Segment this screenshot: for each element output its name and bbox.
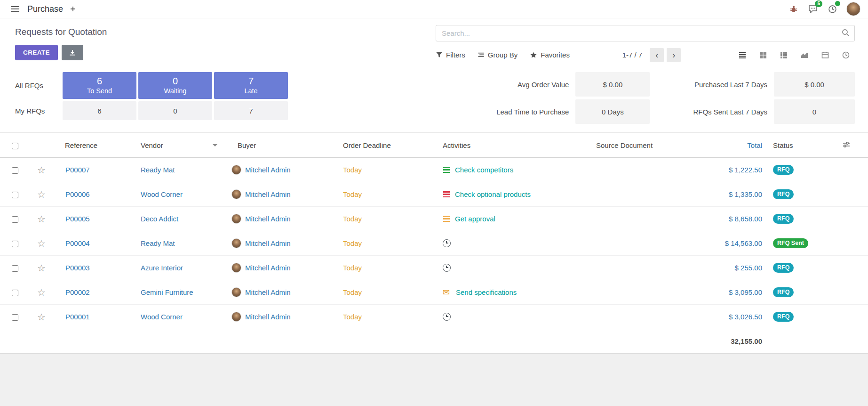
column-header-order-deadline[interactable]: Order Deadline [330, 133, 430, 158]
table-row[interactable]: ☆ P00007 Ready Mat Mitchell Admin Today … [0, 158, 868, 182]
vendor-link[interactable]: Wood Corner [141, 190, 183, 198]
view-list-button[interactable] [733, 48, 751, 62]
favorite-star-icon[interactable]: ☆ [37, 213, 46, 225]
vendor-link[interactable]: Ready Mat [141, 166, 175, 174]
column-header-status[interactable]: Status [768, 133, 824, 158]
favorite-star-icon[interactable]: ☆ [37, 262, 46, 274]
activity-label[interactable]: Get approval [455, 215, 495, 223]
vendor-link[interactable]: Azure Interior [141, 264, 183, 272]
stat-value-purchased-last-7-days[interactable]: $ 0.00 [774, 72, 855, 97]
view-graph-button[interactable] [796, 48, 813, 62]
row-checkbox[interactable] [12, 314, 18, 321]
stat-value-rfqs-sent-last-7-days[interactable]: 0 [774, 99, 855, 124]
activity-label[interactable]: Send specifications [456, 288, 517, 296]
all-rfqs-label[interactable]: All RFQs [15, 72, 61, 99]
row-checkbox[interactable] [12, 216, 18, 223]
select-all-checkbox[interactable] [12, 143, 18, 149]
activity-icon[interactable] [443, 313, 451, 321]
activity-icon[interactable] [443, 215, 451, 223]
reference-link[interactable]: P00005 [65, 215, 90, 223]
apps-menu-icon[interactable] [8, 3, 22, 15]
plus-icon[interactable] [68, 4, 78, 14]
vendor-link[interactable]: Gemini Furniture [141, 288, 193, 296]
view-activity-button[interactable] [837, 48, 855, 62]
vendor-link[interactable]: Ready Mat [141, 239, 175, 247]
search-input[interactable] [441, 29, 841, 38]
pager-prev-button[interactable]: ‹ [650, 48, 664, 62]
reference-link[interactable]: P00001 [65, 313, 90, 321]
reference-link[interactable]: P00006 [65, 190, 90, 198]
status-badge: RFQ [773, 214, 794, 224]
filters-button[interactable]: Filters [436, 51, 465, 59]
activities-clock-icon[interactable] [826, 3, 839, 16]
messages-icon[interactable]: 5 [806, 3, 820, 15]
tile-to-send[interactable]: 6 To Send [63, 72, 136, 99]
row-checkbox[interactable] [12, 241, 18, 247]
favorite-star-icon[interactable]: ☆ [37, 311, 46, 323]
favorite-star-icon[interactable]: ☆ [37, 189, 46, 200]
buyer-link[interactable]: Mitchell Admin [245, 313, 291, 321]
table-row[interactable]: ☆ P00001 Wood Corner Mitchell Admin Toda… [0, 305, 868, 329]
activity-icon[interactable] [443, 190, 451, 198]
view-kanban-button[interactable] [754, 48, 772, 62]
row-checkbox[interactable] [12, 290, 18, 296]
export-button[interactable] [62, 45, 83, 60]
status-badge: RFQ Sent [773, 238, 808, 248]
row-checkbox[interactable] [12, 265, 18, 272]
app-name[interactable]: Purchase [27, 4, 63, 14]
favorite-star-icon[interactable]: ☆ [37, 287, 46, 298]
buyer-link[interactable]: Mitchell Admin [245, 166, 291, 174]
group-by-button[interactable]: Group By [478, 51, 518, 59]
user-avatar[interactable] [846, 2, 860, 16]
column-header-total[interactable]: Total [677, 133, 768, 158]
my-rfqs-label[interactable]: My RFQs [15, 101, 61, 120]
activity-label[interactable]: Check optional products [455, 190, 531, 198]
buyer-link[interactable]: Mitchell Admin [245, 288, 291, 296]
optional-columns-icon[interactable] [842, 142, 851, 150]
reference-link[interactable]: P00004 [65, 239, 90, 247]
buyer-link[interactable]: Mitchell Admin [245, 190, 291, 198]
row-checkbox[interactable] [12, 192, 18, 198]
table-row[interactable]: ☆ P00004 Ready Mat Mitchell Admin Today … [0, 231, 868, 256]
activity-label[interactable]: Check competitors [455, 166, 513, 174]
table-row[interactable]: ☆ P00005 Deco Addict Mitchell Admin Toda… [0, 207, 868, 231]
tile-my-to-send[interactable]: 6 [63, 101, 136, 120]
favorite-star-icon[interactable]: ☆ [37, 238, 46, 249]
column-header-buyer[interactable]: Buyer [225, 133, 330, 158]
activity-icon[interactable] [443, 239, 451, 247]
reference-link[interactable]: P00003 [65, 264, 90, 272]
table-row[interactable]: ☆ P00003 Azure Interior Mitchell Admin T… [0, 256, 868, 280]
vendor-link[interactable]: Deco Addict [141, 215, 178, 223]
stat-value-lead-time-to-purchase[interactable]: 0 Days [575, 99, 650, 124]
search-icon[interactable] [841, 28, 850, 39]
favorite-star-icon[interactable]: ☆ [37, 164, 46, 176]
buyer-link[interactable]: Mitchell Admin [245, 264, 291, 272]
debug-bug-icon[interactable] [788, 3, 800, 15]
vendor-link[interactable]: Wood Corner [141, 313, 183, 321]
column-header-source-document[interactable]: Source Document [583, 133, 677, 158]
column-header-vendor[interactable]: Vendor [128, 133, 225, 158]
create-button[interactable]: CREATE [15, 45, 58, 60]
view-calendar-button[interactable] [816, 48, 834, 62]
activity-icon[interactable] [443, 166, 451, 174]
search-bar[interactable] [436, 25, 855, 41]
buyer-link[interactable]: Mitchell Admin [245, 239, 291, 247]
pager-next-button[interactable]: › [667, 48, 681, 62]
table-row[interactable]: ☆ P00006 Wood Corner Mitchell Admin Toda… [0, 182, 868, 207]
tile-my-waiting[interactable]: 0 [138, 101, 212, 120]
tile-late[interactable]: 7 Late [214, 72, 288, 99]
table-row[interactable]: ☆ P00002 Gemini Furniture Mitchell Admin… [0, 280, 868, 305]
tile-my-late[interactable]: 7 [214, 101, 288, 120]
activity-icon[interactable] [443, 288, 452, 296]
column-header-activities[interactable]: Activities [430, 133, 583, 158]
row-checkbox[interactable] [12, 167, 18, 174]
favorites-button[interactable]: Favorites [530, 51, 570, 59]
tile-waiting[interactable]: 0 Waiting [138, 72, 212, 99]
reference-link[interactable]: P00007 [65, 166, 90, 174]
stat-value-avg-order-value[interactable]: $ 0.00 [575, 72, 650, 97]
activity-icon[interactable] [443, 264, 451, 272]
view-pivot-button[interactable] [775, 48, 793, 62]
column-header-reference[interactable]: Reference [53, 133, 128, 158]
buyer-link[interactable]: Mitchell Admin [245, 215, 291, 223]
reference-link[interactable]: P00002 [65, 288, 90, 296]
